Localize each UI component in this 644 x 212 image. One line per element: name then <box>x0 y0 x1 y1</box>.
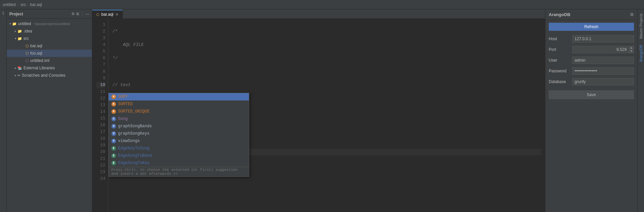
autocomplete-item-sort[interactable]: K SORT <box>109 93 249 100</box>
tab-maven-projects[interactable]: Maven Projects <box>638 11 644 42</box>
tree-label-extlibs: External Libraries <box>23 66 55 70</box>
ac-icon-edgesongtobband: E <box>111 153 116 158</box>
host-label: Host <box>549 37 572 41</box>
user-row: User <box>545 55 637 66</box>
cog-icon[interactable]: ⚙ <box>71 12 75 16</box>
tree-arrow-root: ▾ <box>9 22 11 25</box>
ac-icon-graphsongbands: V <box>111 124 116 129</box>
tree-label-iml: untitled.iml <box>30 58 49 63</box>
autocomplete-item-sorted-unique[interactable]: K SORTED_UNIQUE <box>109 108 249 115</box>
tree-item-bar-aql[interactable]: ⬡ bar.aql <box>7 42 92 50</box>
tree-arrow-extlibs: ▸ <box>15 66 16 70</box>
port-spinner: ▲ ▼ <box>572 46 634 53</box>
project-panel-title: Project <box>9 12 23 16</box>
iml-file-icon: ⬡ <box>25 59 29 63</box>
project-panel-header: Project ⚙ ⊞ ⋮ — <box>7 9 92 19</box>
tab-aql-icon: ⬡ <box>96 13 99 16</box>
user-input[interactable] <box>572 57 634 64</box>
port-row: Port ▲ ▼ <box>545 44 637 55</box>
code-editor[interactable]: 1 2 3 4 5 6 7 8 9 10 11 12 13 14 15 16 1… <box>92 19 545 212</box>
tree-label-src: src <box>23 36 29 41</box>
password-label: Password <box>549 69 572 73</box>
tree-path: ~/java/projects/untitled <box>33 22 70 26</box>
line-numbers: 1 2 3 4 5 6 7 8 9 10 11 12 13 14 15 16 1… <box>92 19 108 212</box>
title-bar: untitled – src › bar.aql <box>0 0 644 9</box>
ac-label-graphsongbands: graphSongBands <box>118 124 152 129</box>
aql-file-icon-foo: ⬡ <box>25 51 29 56</box>
port-decrement[interactable]: ▼ <box>629 50 634 53</box>
ac-label-viewsongs: viewSongs <box>118 139 140 143</box>
arango-panel: ArangoDB ⚙ Refresh Host Port ▲ ▼ User Pa… <box>545 9 637 212</box>
port-label: Port <box>549 47 572 52</box>
tab-label-bar-aql: bar.aql <box>101 12 113 17</box>
tree-item-root[interactable]: ▾ 📁 untitled ~/java/projects/untitled <box>7 20 92 27</box>
idea-folder-icon: 📁 <box>17 29 22 33</box>
tree-label-scratches: Scratches and Consoles <box>22 73 65 78</box>
refresh-button[interactable]: Refresh <box>549 23 634 31</box>
tree-item-idea[interactable]: ▸ 📁 .idea <box>7 27 92 35</box>
ac-label-sorted-unique: SORTED_UNIQUE <box>118 109 150 114</box>
scratches-icon: ✏ <box>17 73 20 78</box>
port-input[interactable] <box>572 46 629 53</box>
breadcrumb-project: untitled <box>3 2 16 7</box>
ac-label-sorted: SORTED <box>118 102 132 107</box>
ac-icon-sort: K <box>111 94 116 99</box>
arango-panel-header: ArangoDB ⚙ <box>545 9 637 20</box>
autocomplete-item-sorted[interactable]: K SORTED <box>109 100 249 108</box>
tree-item-iml[interactable]: ⬡ untitled.iml <box>7 57 92 64</box>
gear-icon[interactable]: ⋮ <box>80 12 84 16</box>
src-folder-icon: 📁 <box>17 37 22 41</box>
ac-icon-song: C <box>111 117 116 121</box>
port-increment[interactable]: ▲ <box>629 46 634 50</box>
tab-bar: ⬡ bar.aql ✕ <box>92 9 545 19</box>
autocomplete-item-viewsongs[interactable]: V viewSongs <box>109 137 249 145</box>
password-row: Password <box>545 66 637 76</box>
tree-item-src[interactable]: ▾ 📁 src <box>7 35 92 42</box>
editor-area: ⬡ bar.aql ✕ 1 2 3 4 5 6 7 8 9 10 11 12 1… <box>92 9 545 212</box>
tree-arrow-scratches: ▸ <box>15 74 16 77</box>
autocomplete-item-graphsongkeys[interactable]: V graphSongKeys <box>109 130 249 137</box>
database-input[interactable] <box>572 78 634 85</box>
tab-bar-aql[interactable]: ⬡ bar.aql ✕ <box>92 10 123 18</box>
ac-icon-edgekeytosong: E <box>111 146 116 151</box>
tree-label-foo-aql: foo.aql <box>30 51 42 56</box>
folder-icon: 📁 <box>12 22 17 26</box>
breadcrumb: untitled – src › bar.aql <box>3 2 42 7</box>
aql-file-icon: ⬡ <box>25 44 29 48</box>
libs-icon: 📚 <box>17 66 22 70</box>
tree-arrow-src: ▾ <box>15 37 16 40</box>
left-strip: 1 <box>0 9 7 212</box>
ac-label-graphsongkeys: graphSongKeys <box>118 131 150 136</box>
autocomplete-item-edgesongtobband[interactable]: E EdgeSongToBand <box>109 152 249 159</box>
host-input[interactable] <box>572 35 634 43</box>
tab-arango-db[interactable]: ArangoDB <box>638 42 644 65</box>
autocomplete-item-song[interactable]: C Song <box>109 115 249 123</box>
tree-item-scratches[interactable]: ▸ ✏ Scratches and Consoles <box>7 72 92 79</box>
ac-icon-viewsongs: V <box>111 139 116 143</box>
password-input[interactable] <box>572 67 634 75</box>
tree-item-ext-libs[interactable]: ▸ 📚 External Libraries <box>7 64 92 72</box>
host-row: Host <box>545 33 637 44</box>
ac-label-sort: SORT <box>118 94 128 99</box>
breadcrumb-file: bar.aql <box>30 2 42 7</box>
arango-panel-title: ArangoDB <box>549 12 570 17</box>
ac-icon-sorted-unique: K <box>111 109 116 114</box>
ac-label-edgesongtobband: EdgeSongToBand <box>118 153 152 158</box>
database-row: Database <box>545 76 637 87</box>
minimize-icon[interactable]: — <box>86 12 89 16</box>
tab-close-button[interactable]: ✕ <box>115 12 118 17</box>
database-label: Database <box>549 79 572 84</box>
autocomplete-item-edgesongtokey[interactable]: E EdgeSongToKey <box>109 159 249 167</box>
tree-arrow-idea: ▸ <box>15 29 16 33</box>
save-button[interactable]: Save <box>549 90 634 99</box>
ac-label-song: Song <box>118 117 128 121</box>
project-tool-button[interactable]: 1 <box>2 11 5 16</box>
autocomplete-item-graphsongbands[interactable]: V graphSongBands <box>109 123 249 130</box>
ac-label-edgekeytosong: EdgeKeyToSong <box>118 146 150 151</box>
tree-item-foo-aql[interactable]: ⬡ foo.aql <box>7 50 92 57</box>
layout-icon[interactable]: ⊞ <box>76 12 79 16</box>
project-panel: Project ⚙ ⊞ ⋮ — ▾ 📁 untitled ~/java/proj… <box>7 9 92 212</box>
arango-settings-icon[interactable]: ⚙ <box>630 12 634 17</box>
autocomplete-item-edgekeytosong[interactable]: E EdgeKeyToSong <box>109 145 249 152</box>
file-tree: ▾ 📁 untitled ~/java/projects/untitled ▸ … <box>7 19 92 212</box>
